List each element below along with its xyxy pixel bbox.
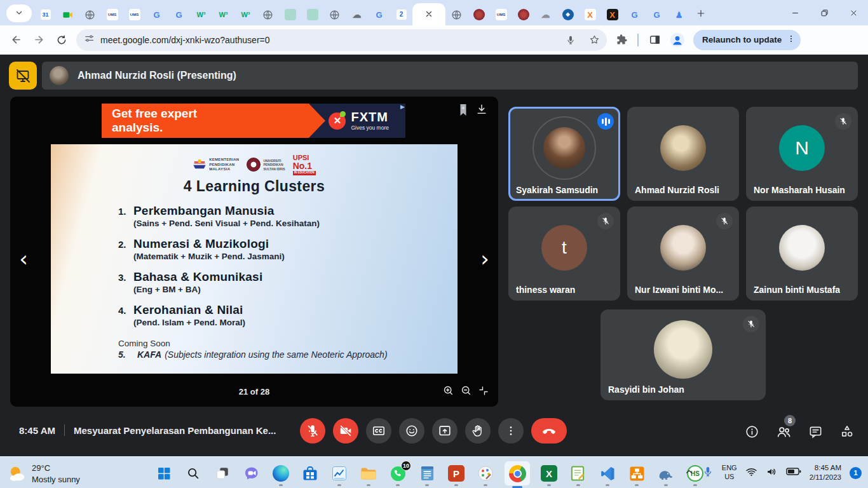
excel-taskbar-button[interactable]: X (539, 463, 559, 484)
show-everyone-button[interactable]: 8 (775, 423, 792, 440)
whatsapp-taskbar-button[interactable]: 10 (388, 463, 408, 484)
participant-tile[interactable]: Nur Izwani binti Mo... (627, 207, 739, 301)
more-options-button[interactable] (498, 418, 524, 444)
bookmark-ribbon-icon[interactable] (458, 102, 469, 120)
forward-button[interactable] (28, 29, 50, 51)
tab-google-meet-active[interactable] (412, 3, 445, 25)
previous-slide-button[interactable]: ‹ (15, 248, 32, 269)
tab-webpage-globe[interactable] (323, 4, 346, 25)
pgadmin-elephant-taskbar-button[interactable] (656, 463, 676, 484)
zoom-out-icon[interactable] (460, 384, 472, 399)
meeting-details-button[interactable] (743, 423, 760, 440)
next-slide-button[interactable]: › (477, 248, 493, 269)
system-monitor-taskbar-button[interactable] (329, 463, 349, 484)
weather-widget[interactable]: 29°C Mostly sunny (8, 463, 80, 485)
drawio-taskbar-button[interactable] (627, 463, 647, 484)
tab-cloud-site[interactable]: ☁ (534, 4, 557, 25)
tab-close-icon[interactable] (425, 9, 433, 20)
tab-google[interactable]: G (646, 4, 668, 25)
minimize-button[interactable] (780, 0, 810, 25)
address-bar[interactable]: meet.google.com/dxj-xnki-wzo?authuser=0 (76, 29, 607, 51)
participant-tile[interactable]: Zainun binti Mustafa (746, 207, 858, 301)
end-call-button[interactable] (531, 418, 567, 444)
vscode-taskbar-button[interactable] (597, 463, 618, 484)
tab-xampp[interactable]: X (579, 4, 601, 25)
tab-ums-portal[interactable]: UMS (101, 4, 123, 25)
camera-button[interactable] (333, 418, 358, 444)
browser-menu-kebab-icon[interactable] (787, 34, 796, 45)
tab-google-calendar-31[interactable]: 31 (34, 4, 57, 25)
notepad-plus-plus-taskbar-button[interactable] (568, 463, 588, 484)
tab-ums-portal[interactable]: UMS (123, 4, 146, 25)
tab-maroon-site[interactable] (468, 4, 490, 25)
chat-button[interactable] (807, 423, 824, 440)
adchoices-icon[interactable]: ▶ (400, 104, 405, 110)
paint-taskbar-button[interactable] (475, 463, 496, 484)
teams-chat-taskbar-button[interactable] (241, 463, 262, 484)
tab-google[interactable]: G (168, 4, 190, 25)
file-explorer-taskbar-button[interactable] (358, 463, 379, 484)
present-button[interactable] (432, 418, 458, 444)
tab-google[interactable]: G (368, 4, 390, 25)
tab-webpage-globe[interactable] (257, 4, 279, 25)
tab-ums-portal[interactable]: UMS (490, 4, 512, 25)
powerpoint-taskbar-button[interactable]: P (446, 463, 466, 484)
extensions-puzzle-icon[interactable] (611, 29, 632, 51)
participant-tile[interactable]: Ahmad Nurzid Rosli (627, 107, 739, 201)
volume-icon[interactable] (766, 466, 778, 480)
clock-widget[interactable]: 8:45 AM 2/11/2023 (810, 463, 841, 482)
close-button[interactable] (839, 0, 868, 25)
reactions-button[interactable] (399, 418, 424, 444)
maximize-button[interactable] (810, 0, 839, 25)
tab-mint-app[interactable] (301, 4, 323, 25)
notification-count-badge[interactable]: 1 (850, 467, 862, 479)
back-button[interactable] (5, 29, 27, 51)
tab-webpage-globe[interactable] (79, 4, 101, 25)
voice-search-icon[interactable] (562, 31, 580, 49)
notepad-taskbar-button[interactable] (417, 463, 437, 484)
download-icon[interactable] (475, 102, 488, 119)
tab-google[interactable]: G (623, 4, 646, 25)
microsoft-store-taskbar-button[interactable] (300, 463, 320, 484)
tab-gov-portal[interactable]: ◆ (557, 4, 579, 25)
tab-w3schools[interactable]: W³ (190, 4, 212, 25)
collapse-view-icon[interactable] (478, 385, 489, 399)
reload-button[interactable] (51, 29, 72, 51)
captions-button[interactable] (366, 418, 391, 444)
start-taskbar-button[interactable] (154, 463, 174, 484)
zoom-in-icon[interactable] (442, 384, 454, 399)
ad-banner[interactable]: ✕ FXTM Gives you more ▶ Get free expert … (102, 104, 405, 138)
tab-google[interactable]: G (146, 4, 168, 25)
participant-tile[interactable]: tthiness waran (508, 207, 620, 301)
tab-profile-site[interactable]: ♟ (668, 4, 690, 25)
hidden-icons-chevron[interactable] (684, 467, 694, 479)
tab-webpage-globe[interactable] (445, 4, 468, 25)
tab-maroon-site[interactable] (512, 4, 534, 25)
tab-scroll-chevron-button[interactable] (6, 4, 32, 22)
site-settings-icon[interactable] (84, 33, 95, 46)
presentation-warning-chip[interactable] (9, 62, 37, 90)
participant-tile[interactable]: Rasyidi bin Johan (600, 309, 766, 400)
microphone-button[interactable] (300, 418, 325, 444)
tab-google-calendar-2[interactable]: 2 (390, 4, 412, 25)
new-tab-button[interactable] (691, 4, 710, 23)
tab-w3schools[interactable]: W³ (234, 4, 257, 25)
tab-xampp-dark[interactable]: X (601, 4, 623, 25)
participant-tile[interactable]: Syakirah Samsudin (508, 107, 620, 201)
language-indicator[interactable]: ENG US (722, 464, 737, 482)
profile-avatar[interactable] (667, 29, 688, 51)
battery-icon[interactable] (786, 467, 801, 478)
bookmark-star-icon[interactable] (585, 31, 603, 49)
url-text[interactable]: meet.google.com/dxj-xnki-wzo?authuser=0 (100, 35, 556, 45)
tab-w3schools[interactable]: W³ (212, 4, 234, 25)
wifi-icon[interactable] (745, 466, 757, 480)
microphone-in-use-icon[interactable] (702, 466, 714, 480)
raise-hand-button[interactable] (465, 418, 491, 444)
presentation-stage[interactable]: ✕ FXTM Gives you more ▶ Get free expert … (10, 97, 498, 407)
relaunch-to-update-button[interactable]: Relaunch to update (693, 30, 801, 50)
side-panel-icon[interactable] (644, 29, 665, 51)
participant-tile[interactable]: NNor Masharah Husain (746, 107, 858, 201)
search-taskbar-button[interactable] (183, 463, 203, 484)
tab-cloud-site[interactable]: ☁ (346, 4, 368, 25)
chrome-taskbar-button[interactable] (505, 461, 530, 485)
